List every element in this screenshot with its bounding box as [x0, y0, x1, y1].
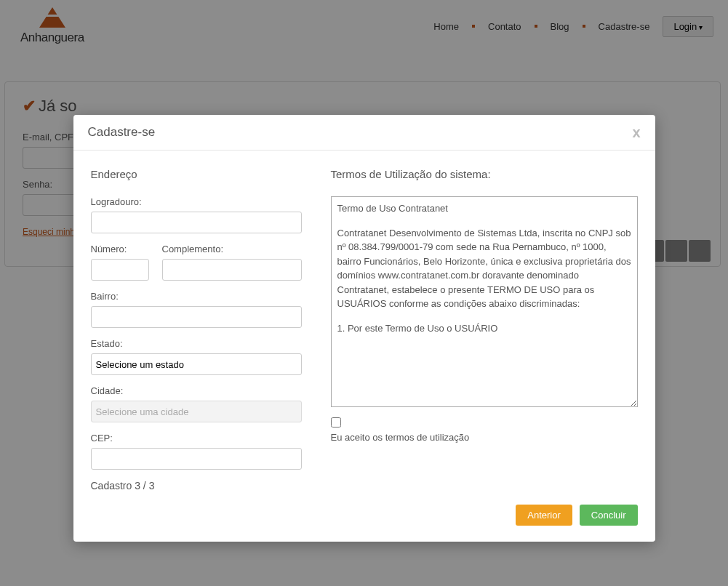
modal-overlay: Cadastre-se x Endereço Logradouro: Númer…: [0, 0, 728, 586]
finish-button[interactable]: Concluir: [580, 505, 638, 526]
numero-input[interactable]: [91, 259, 149, 281]
previous-button[interactable]: Anterior: [516, 505, 572, 526]
bairro-input[interactable]: [91, 306, 302, 328]
accept-checkbox[interactable]: [331, 417, 341, 428]
complemento-label: Complemento:: [162, 244, 302, 254]
signup-modal: Cadastre-se x Endereço Logradouro: Númer…: [73, 115, 655, 542]
complemento-field: Complemento:: [162, 244, 302, 281]
numero-label: Número:: [91, 244, 149, 254]
logradouro-label: Logradouro:: [91, 196, 302, 207]
modal-title: Cadastre-se: [88, 125, 156, 140]
close-button[interactable]: x: [632, 125, 640, 140]
logradouro-field: Logradouro:: [91, 196, 302, 233]
estado-field: Estado: Selecione um estado: [91, 338, 302, 375]
accept-label: Eu aceito os termos de utilização: [331, 432, 470, 443]
modal-header: Cadastre-se x: [73, 115, 655, 150]
logradouro-input[interactable]: [91, 212, 302, 233]
terms-textarea[interactable]: Termo de Uso Contratanet Contratanet Des…: [331, 196, 638, 407]
address-column: Endereço Logradouro: Número: Complemento…: [91, 168, 302, 491]
bairro-label: Bairro:: [91, 291, 302, 302]
complemento-input[interactable]: [162, 259, 302, 281]
accept-row: Eu aceito os termos de utilização: [331, 417, 638, 443]
terms-paragraph: 1. Por este Termo de Uso o USUÁRIO: [337, 321, 631, 336]
modal-body: Endereço Logradouro: Número: Complemento…: [73, 150, 655, 500]
cidade-select[interactable]: Selecione uma cidade: [91, 401, 302, 422]
numero-field: Número:: [91, 244, 149, 281]
cep-field: CEP:: [91, 433, 302, 470]
address-title: Endereço: [91, 168, 302, 180]
cep-input[interactable]: [91, 448, 302, 470]
bairro-field: Bairro:: [91, 291, 302, 328]
cidade-label: Cidade:: [91, 385, 302, 396]
estado-select[interactable]: Selecione um estado: [91, 353, 302, 375]
terms-paragraph: Termo de Uso Contratanet: [337, 201, 631, 216]
cidade-field: Cidade: Selecione uma cidade: [91, 385, 302, 422]
terms-column: Termos de Utilização do sistema: Termo d…: [331, 168, 638, 491]
estado-label: Estado:: [91, 338, 302, 349]
terms-title: Termos de Utilização do sistema:: [331, 168, 638, 180]
progress-text: Cadastro 3 / 3: [91, 480, 302, 491]
cep-label: CEP:: [91, 433, 302, 443]
modal-footer: Anterior Concluir: [73, 500, 655, 542]
terms-paragraph: Contratanet Desenvolvimento de Sistemas …: [337, 226, 631, 311]
